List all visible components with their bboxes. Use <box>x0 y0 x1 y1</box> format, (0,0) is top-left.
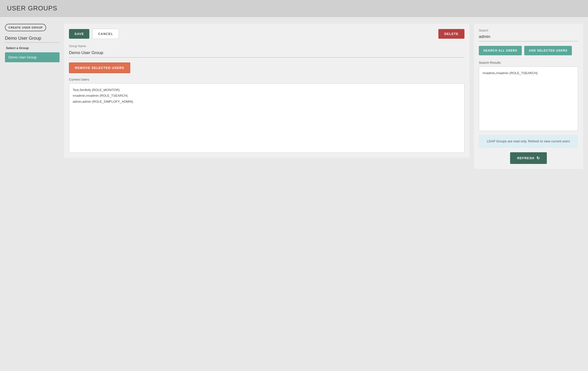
search-result-item: rmadmin,rmadmin (ROLE_TSEARCH) <box>483 70 574 76</box>
ldap-notice: LDAP Groups are read only. Refresh to vi… <box>479 135 578 148</box>
center-panel: SAVE CANCEL DELETE Group Name REMOVE SEL… <box>64 24 469 158</box>
search-all-users-button[interactable]: SEARCH ALL USERS <box>479 46 522 55</box>
current-users-label: Current Users <box>69 78 464 81</box>
page-header: USER GROUPS <box>0 0 588 17</box>
group-name-section: Group Name <box>69 44 464 58</box>
cancel-button[interactable]: CANCEL <box>92 29 119 39</box>
delete-button[interactable]: DELETE <box>438 29 464 39</box>
sidebar-selected-group-name: Demo User Group <box>5 36 60 41</box>
top-actions: SAVE CANCEL DELETE <box>69 29 464 39</box>
create-user-group-button[interactable]: CREATE USER GROUP <box>5 24 46 31</box>
current-user-item: rmadmin,rmadmin (ROLE_TSEARCH) <box>73 93 461 98</box>
right-panel: Search SEARCH ALL USERS ADD SELECTED USE… <box>474 24 583 169</box>
sidebar: CREATE USER GROUP Demo User Group Select… <box>5 24 60 62</box>
add-selected-users-button[interactable]: ADD SELECTED USERS <box>524 46 572 55</box>
refresh-button[interactable]: REFRESH ↻ <box>510 152 547 164</box>
search-input[interactable] <box>479 33 578 41</box>
search-results-box: rmadmin,rmadmin (ROLE_TSEARCH) <box>479 66 578 131</box>
search-actions: SEARCH ALL USERS ADD SELECTED USERS <box>479 46 578 55</box>
main-layout: CREATE USER GROUP Demo User Group Select… <box>0 17 588 176</box>
group-name-input[interactable] <box>69 49 464 58</box>
select-a-group-label: Select a Group <box>5 46 60 50</box>
remove-selected-users-button[interactable]: REMOVE SELECTED USERS <box>69 62 130 73</box>
refresh-label: REFRESH <box>517 156 534 160</box>
sidebar-item-demo-user-group[interactable]: Demo User Group <box>5 52 60 62</box>
page-title: USER GROUPS <box>7 4 581 12</box>
current-user-item: admin,admin (ROLE_SIMFLOFY_ADMIN) <box>73 99 461 104</box>
refresh-icon: ↻ <box>536 156 540 160</box>
current-users-box: Test,Simflofy (ROLE_MONITOR) rmadmin,rma… <box>69 83 464 153</box>
sidebar-divider <box>5 42 60 43</box>
save-button[interactable]: SAVE <box>69 29 89 39</box>
search-label: Search <box>479 29 578 32</box>
search-results-label: Search Results <box>479 61 578 64</box>
current-user-item: Test,Simflofy (ROLE_MONITOR) <box>73 87 461 93</box>
group-name-label: Group Name <box>69 44 464 48</box>
